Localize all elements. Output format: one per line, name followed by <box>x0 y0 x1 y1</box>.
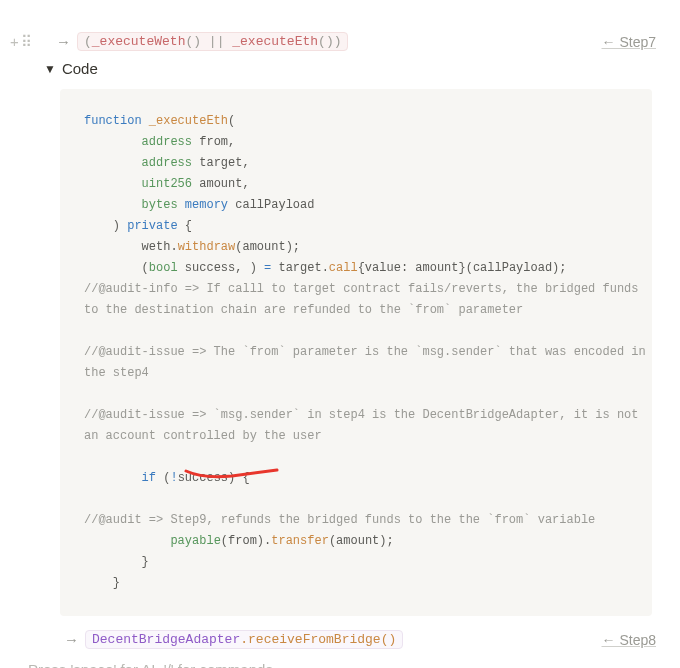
code-fn2: _executeEth <box>232 34 318 49</box>
toggle-label: Code <box>62 60 98 77</box>
kw-payable: payable <box>170 534 220 548</box>
code-method: receiveFromBridge <box>248 632 381 647</box>
kw-type: uint256 <box>142 177 192 191</box>
tok: success, ) <box>178 261 264 275</box>
tok: ( <box>156 471 170 485</box>
comment: to the destination chain are refunded to… <box>84 303 523 317</box>
code-sep: () || <box>185 34 232 49</box>
tok: amount, <box>192 177 250 191</box>
comment: //@audit => Step9, refunds the bridged f… <box>84 513 595 527</box>
step8-link[interactable]: ← Step8 <box>602 632 670 648</box>
fn-name: _executeEth <box>142 114 228 128</box>
kw-if: if <box>142 471 156 485</box>
tok: success) { <box>178 471 250 485</box>
tok: } <box>113 576 120 590</box>
comment: //@audit-issue => `msg.sender` in step4 … <box>84 408 639 422</box>
fn-call: call <box>329 261 358 275</box>
tok: target, <box>192 156 250 170</box>
tok: { <box>178 219 192 233</box>
code-end: ()) <box>318 34 341 49</box>
chevron-down-icon: ▼ <box>44 62 56 76</box>
block-row-top: + ⠿ → (_executeWeth() || _executeEth()) … <box>10 30 670 53</box>
kw-type: address <box>142 156 192 170</box>
tok: callPayload <box>228 198 314 212</box>
page-root: + ⠿ → (_executeWeth() || _executeEth()) … <box>0 0 680 668</box>
tok: {value: amount}(callPayload); <box>358 261 567 275</box>
arrow-right-icon: → <box>64 631 79 648</box>
code-parens: () <box>381 632 397 647</box>
code-paren: ( <box>84 34 92 49</box>
toggle-code[interactable]: ▼ Code <box>10 57 670 85</box>
fn-call: withdraw <box>178 240 236 254</box>
kw-type: address <box>142 135 192 149</box>
tok: target. <box>271 261 329 275</box>
comment: the step4 <box>84 366 149 380</box>
tok: ( <box>228 114 235 128</box>
comment: //@audit-issue => The `from` parameter i… <box>84 345 646 359</box>
arrow-right-icon: → <box>56 33 71 50</box>
kw-private: private <box>127 219 177 233</box>
block-row-bottom: → DecentBridgeAdapter.receiveFromBridge(… <box>10 624 670 651</box>
kw-type: bytes <box>142 198 178 212</box>
tok: } <box>142 555 149 569</box>
plus-icon[interactable]: + <box>10 34 19 49</box>
tok: weth. <box>142 240 178 254</box>
op-not: ! <box>170 471 177 485</box>
tok: ( <box>142 261 149 275</box>
code-dot: . <box>240 632 248 647</box>
block-gutter: + ⠿ <box>10 34 50 49</box>
inline-code-receivefrombridge[interactable]: DecentBridgeAdapter.receiveFromBridge() <box>85 630 403 649</box>
tok: from, <box>192 135 235 149</box>
kw-type: bool <box>149 261 178 275</box>
code-fn1: _executeWeth <box>92 34 186 49</box>
kw-memory: memory <box>178 198 228 212</box>
kw-function: function <box>84 114 142 128</box>
inline-code-executeweth[interactable]: (_executeWeth() || _executeEth()) <box>77 32 348 51</box>
new-block-placeholder[interactable]: Press 'space' for AI, '/' for commands… <box>10 651 670 668</box>
tok: (from). <box>221 534 271 548</box>
tok: (amount); <box>329 534 394 548</box>
drag-handle-icon[interactable]: ⠿ <box>21 34 32 49</box>
code-block[interactable]: function _executeEth( address from, addr… <box>60 89 652 616</box>
fn-call: transfer <box>271 534 329 548</box>
step7-link[interactable]: ← Step7 <box>602 34 670 50</box>
tok: (amount); <box>235 240 300 254</box>
tok: ) <box>113 219 127 233</box>
comment: an account controlled by the user <box>84 429 322 443</box>
code-class: DecentBridgeAdapter <box>92 632 240 647</box>
comment: //@audit-info => If calll to target cont… <box>84 282 639 296</box>
